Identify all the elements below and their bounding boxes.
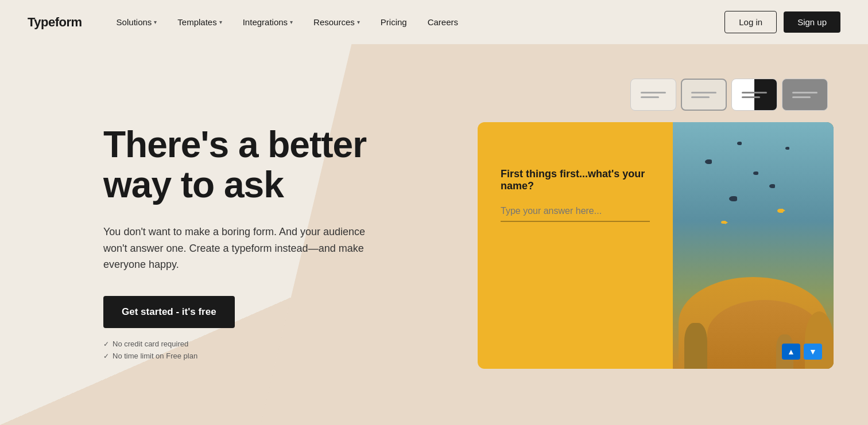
fish-icon: [753, 171, 758, 175]
form-card-image: [673, 122, 834, 369]
theme-dark-button[interactable]: [782, 79, 828, 111]
fish-icon: [769, 184, 775, 188]
nav-actions: Log in Sign up: [724, 11, 840, 33]
nav-solutions[interactable]: Solutions ▾: [117, 17, 157, 27]
form-question: First things first...what's your name?: [501, 168, 661, 192]
fish-icon: [729, 196, 737, 201]
chevron-down-icon: ▾: [219, 19, 222, 25]
form-answer-input[interactable]: [501, 201, 650, 222]
nav-integrations[interactable]: Integrations ▾: [243, 17, 293, 27]
badge-no-credit-card: No credit card required: [103, 340, 425, 348]
fish-icon: [737, 142, 742, 145]
form-preview-card: First things first...what's your name?: [478, 122, 834, 369]
badge-no-time-limit: No time limit on Free plan: [103, 352, 425, 360]
sea-plant: [805, 311, 834, 369]
hero-subtitle: You don't want to make a boring form. An…: [103, 224, 390, 273]
nav-resources[interactable]: Resources ▾: [313, 17, 360, 27]
hero-left: There's a better way to ask You don't wa…: [103, 44, 425, 360]
chevron-down-icon: ▾: [290, 19, 293, 25]
fish-icon: [777, 209, 783, 213]
nav-pricing[interactable]: Pricing: [381, 17, 407, 27]
form-nav-down-button[interactable]: ▼: [804, 344, 822, 360]
hero-section: There's a better way to ask You don't wa…: [0, 44, 868, 425]
theme-light-selected-button[interactable]: [681, 79, 727, 111]
theme-dark-split-button[interactable]: [731, 79, 777, 111]
sea-plant: [684, 323, 707, 369]
login-button[interactable]: Log in: [724, 11, 777, 33]
signup-button[interactable]: Sign up: [784, 11, 840, 33]
hero-title: There's a better way to ask: [103, 124, 425, 205]
nav-templates[interactable]: Templates ▾: [177, 17, 222, 27]
chevron-down-icon: ▾: [154, 19, 157, 25]
logo[interactable]: Typeform: [28, 15, 82, 30]
fish-icon: [721, 221, 726, 224]
nav-links: Solutions ▾ Templates ▾ Integrations ▾ R…: [117, 17, 725, 27]
cta-button[interactable]: Get started - it's free: [103, 296, 235, 328]
form-nav: ▲ ▼: [782, 344, 822, 360]
hero-right: First things first...what's your name?: [425, 44, 868, 369]
fish-icon: [785, 147, 789, 150]
hero-badges: No credit card required No time limit on…: [103, 340, 425, 360]
navbar: Typeform Solutions ▾ Templates ▾ Integra…: [0, 0, 868, 44]
theme-selector: [630, 79, 828, 111]
fish-icon: [705, 159, 712, 164]
nav-careers[interactable]: Careers: [428, 17, 458, 27]
underwater-scene: [673, 122, 834, 369]
form-nav-up-button[interactable]: ▲: [782, 344, 800, 360]
chevron-down-icon: ▾: [357, 19, 360, 25]
theme-light-button[interactable]: [630, 79, 676, 111]
